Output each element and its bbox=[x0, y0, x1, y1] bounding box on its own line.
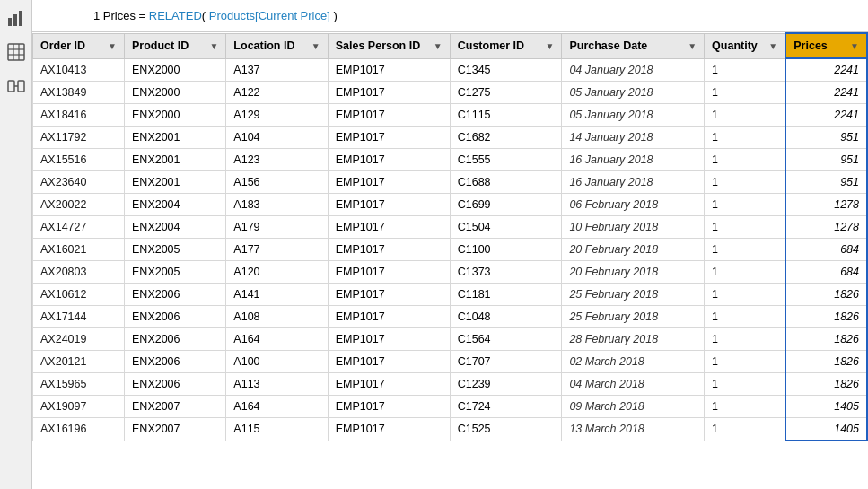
cell-quantity: 1 bbox=[705, 127, 786, 149]
cell-quantity: 1 bbox=[705, 306, 786, 328]
table-icon[interactable] bbox=[5, 41, 27, 63]
chart-icon[interactable] bbox=[5, 7, 27, 29]
cell-location_id: A115 bbox=[226, 418, 328, 441]
cancel-button[interactable] bbox=[39, 5, 61, 27]
filter-arrow-customer[interactable]: ▼ bbox=[546, 41, 555, 51]
col-header-purchase-date[interactable]: Purchase Date ▼ bbox=[562, 33, 705, 58]
table-row: AX23640ENX2001A156EMP1017C168816 January… bbox=[33, 171, 868, 194]
cell-location_id: A156 bbox=[226, 171, 328, 194]
cell-order_id: AX20022 bbox=[33, 194, 125, 216]
col-header-customer-id[interactable]: Customer ID ▼ bbox=[450, 33, 562, 58]
cell-product_id: ENX2004 bbox=[125, 194, 226, 216]
cell-purchase_date: 09 March 2018 bbox=[562, 396, 705, 418]
filter-arrow-order[interactable]: ▼ bbox=[108, 41, 117, 51]
table-row: AX24019ENX2006A164EMP1017C156428 Februar… bbox=[33, 328, 868, 351]
data-table: Order ID ▼ Product ID ▼ bbox=[32, 32, 868, 441]
col-header-quantity[interactable]: Quantity ▼ bbox=[705, 33, 786, 58]
formula-bar: 1 Prices = RELATED( Products[Current Pri… bbox=[32, 0, 868, 32]
cell-purchase_date: 06 February 2018 bbox=[562, 194, 705, 216]
formula-var: Prices = bbox=[103, 9, 149, 22]
cell-product_id: ENX2006 bbox=[125, 328, 226, 351]
formula-arg: Products[Current Price] bbox=[209, 9, 330, 22]
cell-product_id: ENX2005 bbox=[125, 261, 226, 284]
filter-arrow-salesperson[interactable]: ▼ bbox=[434, 41, 443, 51]
cell-salesperson_id: EMP1017 bbox=[328, 328, 450, 351]
cell-product_id: ENX2005 bbox=[125, 239, 226, 261]
cell-quantity: 1 bbox=[705, 396, 786, 418]
cell-customer_id: C1239 bbox=[450, 373, 562, 396]
cell-prices: 951 bbox=[785, 171, 867, 194]
cell-order_id: AX20803 bbox=[33, 261, 125, 284]
cell-quantity: 1 bbox=[705, 351, 786, 373]
filter-arrow-qty[interactable]: ▼ bbox=[768, 41, 777, 51]
cell-customer_id: C1564 bbox=[450, 328, 562, 351]
cell-customer_id: C1115 bbox=[450, 104, 562, 127]
cell-salesperson_id: EMP1017 bbox=[328, 127, 450, 149]
cell-location_id: A120 bbox=[226, 261, 328, 284]
col-header-prices[interactable]: Prices ▼ bbox=[785, 33, 867, 58]
cell-location_id: A100 bbox=[226, 351, 328, 373]
cell-order_id: AX14727 bbox=[33, 216, 125, 239]
cell-prices: 1826 bbox=[785, 328, 867, 351]
cell-order_id: AX23640 bbox=[33, 171, 125, 194]
cell-salesperson_id: EMP1017 bbox=[328, 351, 450, 373]
cell-customer_id: C1724 bbox=[450, 396, 562, 418]
cell-prices: 951 bbox=[785, 127, 867, 149]
table-row: AX20803ENX2005A120EMP1017C137320 Februar… bbox=[33, 261, 868, 284]
cell-location_id: A137 bbox=[226, 58, 328, 82]
cell-purchase_date: 16 January 2018 bbox=[562, 171, 705, 194]
cell-location_id: A183 bbox=[226, 194, 328, 216]
table-row: AX15516ENX2001A123EMP1017C155516 January… bbox=[33, 149, 868, 171]
cell-product_id: ENX2007 bbox=[125, 418, 226, 441]
col-header-order-id[interactable]: Order ID ▼ bbox=[33, 33, 125, 58]
cell-customer_id: C1555 bbox=[450, 149, 562, 171]
col-header-product-id[interactable]: Product ID ▼ bbox=[125, 33, 226, 58]
cell-customer_id: C1682 bbox=[450, 127, 562, 149]
cell-salesperson_id: EMP1017 bbox=[328, 216, 450, 239]
cell-salesperson_id: EMP1017 bbox=[328, 194, 450, 216]
filter-arrow-location[interactable]: ▼ bbox=[311, 41, 320, 51]
confirm-button[interactable] bbox=[66, 5, 88, 27]
cell-purchase_date: 04 March 2018 bbox=[562, 373, 705, 396]
cell-prices: 1826 bbox=[785, 306, 867, 328]
filter-arrow-date[interactable]: ▼ bbox=[688, 41, 697, 51]
table-body: AX10413ENX2000A137EMP1017C134504 January… bbox=[33, 58, 868, 441]
cell-customer_id: C1373 bbox=[450, 261, 562, 284]
app-container: 1 Prices = RELATED( Products[Current Pri… bbox=[0, 0, 868, 489]
cell-salesperson_id: EMP1017 bbox=[328, 239, 450, 261]
filter-arrow-product[interactable]: ▼ bbox=[209, 41, 218, 51]
cell-location_id: A104 bbox=[226, 127, 328, 149]
cell-prices: 2241 bbox=[785, 82, 867, 104]
table-row: AX16021ENX2005A177EMP1017C110020 Februar… bbox=[33, 239, 868, 261]
cell-location_id: A177 bbox=[226, 239, 328, 261]
relationship-icon[interactable] bbox=[5, 75, 27, 97]
cell-product_id: ENX2006 bbox=[125, 306, 226, 328]
cell-quantity: 1 bbox=[705, 373, 786, 396]
cell-order_id: AX16021 bbox=[33, 239, 125, 261]
cell-location_id: A122 bbox=[226, 82, 328, 104]
cell-product_id: ENX2000 bbox=[125, 82, 226, 104]
table-row: AX15965ENX2006A113EMP1017C123904 March 2… bbox=[33, 373, 868, 396]
cell-prices: 2241 bbox=[785, 58, 867, 82]
cell-product_id: ENX2001 bbox=[125, 171, 226, 194]
cell-customer_id: C1048 bbox=[450, 306, 562, 328]
filter-arrow-prices[interactable]: ▼ bbox=[850, 41, 859, 51]
cell-product_id: ENX2006 bbox=[125, 284, 226, 306]
col-header-location-id[interactable]: Location ID ▼ bbox=[226, 33, 328, 58]
cell-location_id: A129 bbox=[226, 104, 328, 127]
cell-salesperson_id: EMP1017 bbox=[328, 418, 450, 441]
table-row: AX17144ENX2006A108EMP1017C104825 Februar… bbox=[33, 306, 868, 328]
cell-customer_id: C1688 bbox=[450, 171, 562, 194]
cell-quantity: 1 bbox=[705, 171, 786, 194]
cell-purchase_date: 04 January 2018 bbox=[562, 58, 705, 82]
table-row: AX11792ENX2001A104EMP1017C168214 January… bbox=[33, 127, 868, 149]
cell-location_id: A108 bbox=[226, 306, 328, 328]
formula-display: 1 Prices = RELATED( Products[Current Pri… bbox=[93, 9, 861, 22]
cell-customer_id: C1345 bbox=[450, 58, 562, 82]
cell-product_id: ENX2006 bbox=[125, 373, 226, 396]
col-header-salesperson-id[interactable]: Sales Person ID ▼ bbox=[328, 33, 450, 58]
cell-quantity: 1 bbox=[705, 58, 786, 82]
table-row: AX16196ENX2007A115EMP1017C152513 March 2… bbox=[33, 418, 868, 441]
cell-prices: 1826 bbox=[785, 284, 867, 306]
cell-order_id: AX15965 bbox=[33, 373, 125, 396]
